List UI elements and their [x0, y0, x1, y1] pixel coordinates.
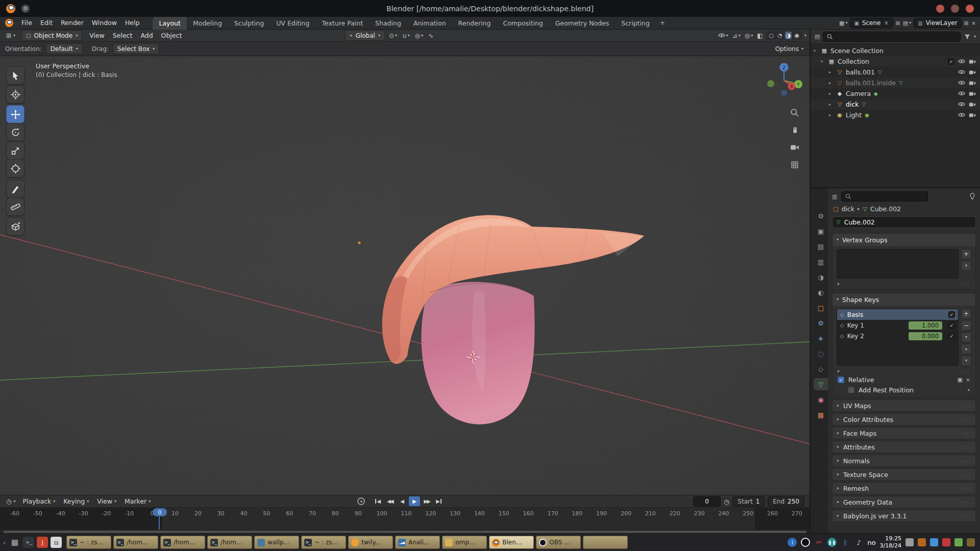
- shape-key-value-slider[interactable]: 0.000: [909, 332, 942, 340]
- measure-tool-button[interactable]: [6, 197, 24, 216]
- properties-section-header[interactable]: ▸ Remesh ::::: [832, 482, 976, 494]
- info-tray-icon[interactable]: i: [788, 538, 797, 547]
- tray-extra-icon-6[interactable]: [967, 538, 975, 546]
- outliner-row[interactable]: ▸ balls.001 ✓: [811, 67, 980, 78]
- hide-eye-icon[interactable]: [958, 69, 965, 76]
- outliner-row[interactable]: ▸ balls.001.inside ✓: [811, 78, 980, 88]
- viewport-menu[interactable]: Add: [136, 30, 157, 42]
- new-scene-icon[interactable]: ⊞: [896, 20, 900, 27]
- add-cube-tool-button[interactable]: [6, 217, 24, 236]
- tray-extra-icon-1[interactable]: [905, 538, 914, 546]
- preview-range-clock-icon[interactable]: ◷: [724, 498, 729, 506]
- properties-tab[interactable]: [814, 363, 828, 375]
- properties-search-input[interactable]: [841, 191, 928, 202]
- menubar-menu[interactable]: Edit: [36, 17, 57, 29]
- render-visibility-icon[interactable]: [969, 112, 976, 119]
- hide-eye-icon[interactable]: [958, 101, 965, 108]
- camera-view-icon[interactable]: [789, 142, 800, 153]
- menubar-menu[interactable]: Render: [57, 17, 88, 29]
- properties-tab[interactable]: [814, 393, 828, 406]
- vertex-groups-list[interactable]: [837, 249, 959, 279]
- mode-dropdown[interactable]: ▢ Object Mode ▾: [21, 30, 82, 41]
- menubar-menu[interactable]: File: [17, 17, 36, 29]
- overlays-toggle-icon[interactable]: ◎▾: [744, 32, 754, 39]
- window-maximize-button[interactable]: [951, 5, 959, 13]
- breadcrumb-object[interactable]: dick: [841, 205, 854, 213]
- render-visibility-icon[interactable]: [969, 101, 976, 108]
- disclosure-icon[interactable]: ▸: [829, 102, 836, 107]
- workspace-tab[interactable]: Texture Paint: [315, 17, 369, 30]
- taskbar-window-button[interactable]: OBS ...: [536, 536, 581, 549]
- shape-key-edit-mode-icon[interactable]: ▣: [957, 377, 962, 383]
- gizmo-neg-z-axis[interactable]: [781, 90, 787, 96]
- timeline-menu[interactable]: View▾: [93, 497, 120, 505]
- properties-tab[interactable]: [814, 332, 828, 344]
- scale-tool-button[interactable]: [6, 141, 24, 160]
- keyboard-layout-indicator[interactable]: no: [867, 539, 875, 546]
- workspace-tab[interactable]: Compositing: [497, 17, 549, 30]
- file-manager-icon[interactable]: ▤: [51, 537, 62, 548]
- unlink-scene-icon[interactable]: ×: [884, 19, 889, 27]
- object-type-visibility-icon[interactable]: ▾: [717, 32, 729, 39]
- disclosure-icon[interactable]: ▸: [829, 70, 836, 74]
- properties-tab[interactable]: [814, 240, 828, 253]
- disclosure-icon[interactable]: ▸: [829, 113, 836, 117]
- hide-eye-icon[interactable]: [958, 112, 965, 119]
- window-close-button[interactable]: [966, 5, 974, 13]
- window-menu-icon[interactable]: ⚙: [21, 5, 30, 13]
- outliner-editor-icon[interactable]: ▤: [815, 33, 820, 40]
- pin-id-icon[interactable]: [969, 193, 976, 200]
- shape-key-move-down-button[interactable]: ▾: [961, 356, 971, 366]
- end-frame-field[interactable]: End 250: [768, 496, 804, 507]
- tray-extra-icon-3[interactable]: [930, 538, 938, 546]
- next-keyframe-button[interactable]: ▶▶: [421, 496, 432, 506]
- taskbar-window-button[interactable]: omp...: [442, 536, 487, 549]
- screenshot-tray-icon[interactable]: ✂: [814, 538, 823, 547]
- taskbar-window-button[interactable]: Blen...: [489, 536, 534, 549]
- add-rest-position-checkbox[interactable]: [848, 387, 854, 393]
- workspace-tab[interactable]: Shading: [369, 17, 407, 30]
- properties-tab[interactable]: [814, 286, 828, 298]
- properties-tab[interactable]: [814, 409, 828, 421]
- new-viewlayer-icon[interactable]: ⊞: [964, 20, 969, 27]
- window-minimize-button[interactable]: [936, 5, 944, 13]
- hide-eye-icon[interactable]: [958, 90, 965, 97]
- vertex-group-add-button[interactable]: +: [961, 249, 971, 259]
- shape-key-row-key2[interactable]: ◇ Key 2 0.000 ✓: [837, 331, 958, 341]
- timeline-menu[interactable]: Marker▾: [120, 497, 155, 505]
- viewport-menu[interactable]: View: [85, 30, 109, 42]
- hide-eye-icon[interactable]: [958, 80, 965, 87]
- viewport-canvas[interactable]: User Perspective (0) Collection | dick :…: [0, 56, 810, 495]
- properties-section-header[interactable]: ▸ Babylon.js ver 3.3.1 ::::: [832, 510, 976, 522]
- properties-tab[interactable]: [814, 378, 828, 390]
- properties-editor-icon[interactable]: ▥: [832, 193, 837, 200]
- jdownloader-icon[interactable]: J: [37, 537, 48, 548]
- mesh-object[interactable]: [382, 215, 644, 424]
- properties-section-header[interactable]: ▸ Attributes ::::: [832, 441, 976, 453]
- taskbar-window-button[interactable]: [583, 536, 628, 549]
- shape-key-move-up-button[interactable]: ▴: [961, 344, 971, 354]
- play-reverse-button[interactable]: ◀: [397, 496, 408, 506]
- shape-key-clear-icon[interactable]: ×: [966, 377, 970, 383]
- obs-tray-icon[interactable]: [801, 538, 810, 547]
- shading-solid-icon[interactable]: ◔: [776, 32, 783, 39]
- terminal-launcher-icon[interactable]: >_: [23, 537, 34, 548]
- properties-section-header[interactable]: ▸ Texture Space ::::: [832, 468, 976, 481]
- move-tool-button[interactable]: [6, 105, 24, 123]
- menubar-menu[interactable]: Help: [121, 17, 144, 29]
- workspace-tab[interactable]: Animation: [407, 17, 452, 30]
- disclosure-icon[interactable]: ▾: [821, 59, 827, 64]
- datablock-name-field[interactable]: ▽ Cube.002: [832, 216, 976, 228]
- workspace-tab[interactable]: Layout: [153, 17, 187, 30]
- scene-browse-icon[interactable]: ▦▾: [839, 20, 847, 27]
- add-workspace-button[interactable]: +: [656, 19, 669, 27]
- transform-tool-button[interactable]: [6, 159, 24, 178]
- show-desktop-icon[interactable]: ▦: [9, 537, 20, 548]
- transform-orientation-dropdown[interactable]: ⌖ Global ▾: [345, 30, 385, 41]
- shape-key-mute-checkbox[interactable]: ✓: [948, 333, 955, 339]
- proportional-edit-icon[interactable]: ◎▾: [414, 32, 425, 39]
- gizmo-neg-y-axis[interactable]: [767, 80, 774, 87]
- timeline-playhead[interactable]: 0: [153, 508, 167, 516]
- timeline-ruler[interactable]: -60-50-40-30-20-100102030405060708090100…: [0, 508, 810, 530]
- decorator-dot-icon[interactable]: •: [967, 387, 971, 393]
